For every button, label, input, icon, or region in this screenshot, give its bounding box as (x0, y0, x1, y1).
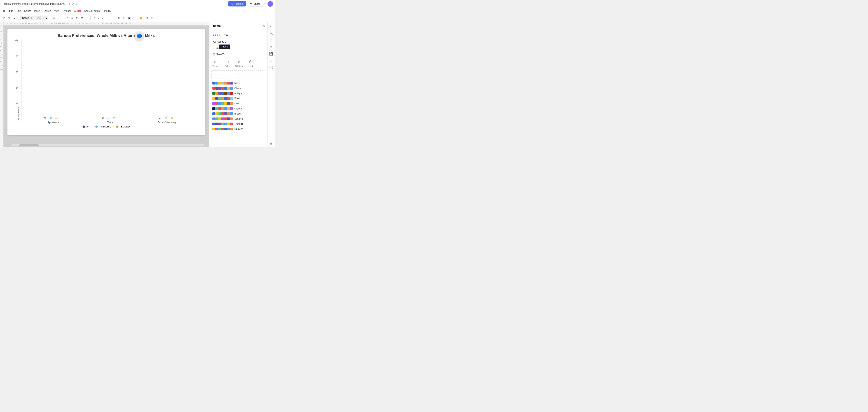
arrow-button[interactable]: → (112, 16, 116, 20)
sidebar-icon-table[interactable]: ⊟ (269, 58, 274, 64)
x-label-1: Apperance (25, 121, 82, 124)
swatch (227, 123, 230, 125)
bar-almond-1-label: 63 (55, 117, 58, 120)
theme-novel[interactable]: Novel (211, 81, 265, 86)
theme-live[interactable]: Live (211, 101, 265, 106)
sidebar-icon-cursor[interactable]: ↖ (269, 24, 274, 30)
menu-collapse[interactable]: ≫ (2, 9, 7, 13)
canvas[interactable]: Barista Preferences: Whole Milk vs Alter… (3, 26, 209, 147)
text-format-button[interactable]: T (85, 16, 89, 20)
tab-color-label: Color (224, 65, 230, 67)
add-theme-button[interactable]: + (211, 70, 265, 78)
redo-alt-button[interactable]: ↻ (12, 16, 17, 20)
share-button[interactable]: ⇆ Share (248, 1, 263, 7)
more-button[interactable]: ⋯ (132, 16, 137, 20)
theme-fresh[interactable]: Fresh (211, 96, 265, 101)
tab-theme[interactable]: ⊞ Theme (211, 59, 220, 68)
menu-insert[interactable]: Insert (33, 9, 41, 13)
font-size-selector[interactable]: 12 (40, 16, 48, 20)
swatch (221, 128, 224, 130)
tab-text[interactable]: Aa Text (248, 59, 255, 68)
menu-plugin[interactable]: Plugin (102, 9, 112, 13)
font-selector[interactable]: Segoe UI (20, 16, 40, 20)
sidebar-icon-pen[interactable]: ✏ (269, 44, 274, 50)
theme-antique-label: Antique (235, 92, 242, 95)
menu-layout[interactable]: Layout (42, 9, 52, 13)
bar-pistachio-2: 39 (106, 117, 111, 120)
swatch (230, 97, 233, 100)
theme-crystal-colors (212, 107, 233, 110)
save-row[interactable]: ⊡ Save Th... (211, 52, 265, 57)
bar-pistachio-3-label: 56 (165, 117, 167, 120)
theme-antique[interactable]: Antique (211, 91, 265, 96)
swatch (230, 92, 233, 95)
theme-charm[interactable]: Charm (211, 86, 265, 91)
bold-button[interactable]: B (52, 16, 56, 20)
lock-button[interactable]: 🔒 (138, 16, 144, 20)
fill-button[interactable]: ◇ (92, 16, 96, 20)
font-color-button[interactable]: A (65, 16, 69, 20)
brisk-row[interactable]: Brisk (211, 32, 265, 38)
horizontal-scrollbar[interactable] (11, 144, 205, 146)
unlock-button[interactable]: ⊡ (145, 16, 149, 20)
sidebar-icon-image[interactable]: 🖼 (269, 30, 274, 36)
star-icon[interactable]: ☆ (75, 2, 78, 5)
connector-button[interactable]: ⌐ (101, 16, 105, 20)
menu-symbol[interactable]: Symbol (61, 9, 72, 13)
menu-select[interactable]: Select (23, 9, 32, 13)
table-button[interactable]: ⊞ (150, 16, 154, 20)
sidebar-icon-list[interactable]: ≡ (269, 141, 273, 147)
back-button[interactable]: ‹ (2, 2, 3, 5)
swatch (218, 128, 221, 130)
export-icon[interactable]: ↗ (71, 2, 74, 5)
italic-button[interactable]: I (57, 16, 60, 20)
swatch (221, 97, 224, 100)
underline-button[interactable]: U (60, 16, 64, 20)
theme-close-button[interactable]: ✕ (262, 24, 265, 28)
shape-button[interactable]: □ (122, 16, 126, 20)
ruler-corner (0, 22, 3, 26)
line-style-button[interactable]: — (106, 16, 111, 20)
align-center-button[interactable]: ≡ (75, 16, 79, 20)
legend-label-oat: OAT (86, 125, 91, 128)
theme-broad[interactable]: Broad (211, 112, 265, 116)
theme-crystal[interactable]: Crystal (211, 106, 265, 111)
menu-view[interactable]: View (53, 9, 61, 13)
menu-edit[interactable]: Edit (15, 9, 22, 13)
brisk-dot-3 (217, 34, 218, 36)
align-options-button[interactable]: ≣ (80, 16, 84, 20)
redo-button[interactable]: ↪ (7, 16, 11, 20)
menu-file[interactable]: File (8, 9, 14, 13)
border-button[interactable]: ⊞ (117, 16, 122, 20)
miracle-icon[interactable]: 🔵 (134, 31, 144, 41)
scrollbar-thumb[interactable] (19, 144, 39, 146)
sidebar-icon-save[interactable]: 💾 (268, 51, 274, 57)
shadow-button[interactable]: ▣ (127, 16, 132, 20)
menu-search-feature[interactable]: Search Feature (83, 9, 102, 13)
theme-tranquil[interactable]: Tranquil (211, 122, 265, 126)
strikethrough-button[interactable]: S̶ (70, 16, 74, 20)
publish-button[interactable]: ⊕ Publish (228, 1, 246, 6)
swatch (212, 123, 215, 125)
legend-label-almond: ALMOND (120, 125, 130, 128)
pin-icon[interactable]: ⊡ (68, 2, 70, 5)
theme-crystal-label: Crystal (235, 107, 242, 110)
swatch (218, 97, 221, 100)
y-label-0: 0 (18, 119, 19, 121)
name-row[interactable]: ⌐ Na... Theme (211, 45, 265, 51)
menu-ai[interactable]: AI hot (72, 9, 82, 13)
name-icon: ⌐ (213, 46, 214, 50)
theme-broad-label: Broad (235, 113, 241, 115)
undo-button[interactable]: ↩ (2, 16, 6, 20)
swatch (212, 128, 215, 130)
theme-sprinkle[interactable]: Sprinkle (211, 117, 265, 121)
tab-connector[interactable]: ⌐ Conne... (234, 59, 245, 68)
theme-opulent[interactable]: Opulent (211, 127, 265, 131)
tab-color[interactable]: ⊟ Color (223, 59, 231, 68)
font-row[interactable]: Aa Segoe UI (211, 39, 265, 44)
ruler-vertical: 0 10 20 30 40 50 60 70 80 90 100 110 (0, 26, 3, 147)
sidebar-icon-clock[interactable]: 🕐 (268, 65, 274, 71)
line-button[interactable]: / (97, 16, 100, 20)
help-icon[interactable]: ? (265, 2, 266, 5)
sidebar-icon-grid[interactable]: ⊞ (269, 37, 274, 43)
